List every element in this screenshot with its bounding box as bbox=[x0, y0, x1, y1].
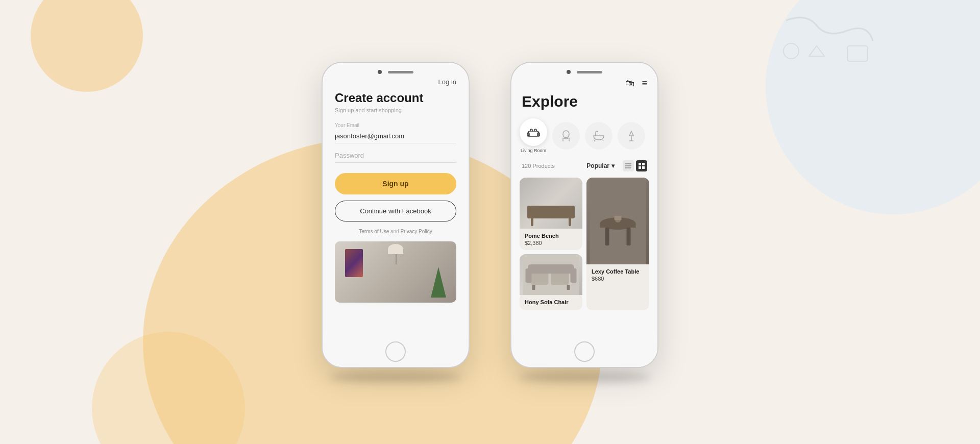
products-count: 120 Products bbox=[522, 163, 582, 169]
svg-rect-17 bbox=[600, 224, 636, 228]
product-card-hony-sofa[interactable]: Hony Sofa Chair bbox=[520, 254, 582, 310]
pome-bench-info: Pome Bench $2,380 bbox=[520, 229, 582, 250]
sofa-icon bbox=[526, 125, 541, 139]
phone-1-frame: Log in Create account Sign up and start … bbox=[322, 62, 470, 368]
lamp-icon bbox=[624, 129, 639, 143]
svg-rect-10 bbox=[625, 167, 631, 168]
pome-bench-name: Pome Bench bbox=[525, 233, 577, 239]
product-grid: Pome Bench $2,380 bbox=[511, 178, 657, 310]
phone-1-shadow bbox=[329, 372, 462, 382]
svg-rect-11 bbox=[639, 163, 641, 165]
svg-rect-9 bbox=[625, 165, 631, 166]
categories-row: Living Room bbox=[511, 118, 657, 153]
sofa-illustration bbox=[520, 254, 582, 295]
category-chair-icon-wrap bbox=[552, 122, 580, 150]
svg-rect-28 bbox=[532, 285, 535, 290]
category-living-room[interactable]: Living Room bbox=[520, 118, 547, 153]
signup-button[interactable]: Sign up bbox=[335, 173, 456, 194]
category-living-room-icon-wrap bbox=[520, 118, 547, 146]
bench-leg-right bbox=[569, 218, 571, 226]
phone-2-shadow bbox=[518, 372, 651, 382]
menu-icon[interactable]: ≡ bbox=[642, 78, 647, 89]
terms-and: and bbox=[390, 229, 399, 234]
svg-point-5 bbox=[563, 131, 569, 138]
svg-rect-25 bbox=[528, 264, 574, 274]
coffee-table-illustration bbox=[586, 178, 649, 264]
phone-1-home-button[interactable] bbox=[385, 341, 406, 362]
bath-icon bbox=[592, 129, 606, 143]
phone-1-header: Log in bbox=[335, 78, 456, 86]
svg-rect-21 bbox=[615, 216, 622, 220]
category-lamp-icon-wrap bbox=[618, 122, 645, 150]
room-plant bbox=[431, 267, 446, 298]
phone-1: Log in Create account Sign up and start … bbox=[322, 62, 470, 382]
lexy-coffee-price: $680 bbox=[592, 276, 644, 282]
svg-rect-2 bbox=[528, 131, 538, 136]
svg-rect-13 bbox=[639, 166, 641, 169]
category-chair[interactable] bbox=[552, 122, 580, 150]
category-bath[interactable] bbox=[585, 122, 612, 150]
email-input[interactable] bbox=[335, 130, 456, 143]
category-lamp[interactable] bbox=[618, 122, 645, 150]
product-card-lexy-coffee[interactable]: Lexy Coffee Table $680 bbox=[586, 178, 649, 310]
terms-text: Terms of Use and Privacy Policy bbox=[335, 229, 456, 234]
phone-2-speaker bbox=[577, 71, 602, 73]
svg-rect-27 bbox=[571, 268, 577, 283]
svg-rect-14 bbox=[642, 166, 645, 169]
hony-sofa-name: Hony Sofa Chair bbox=[525, 299, 577, 305]
hony-sofa-info: Hony Sofa Chair bbox=[520, 295, 582, 310]
bench-shape bbox=[527, 206, 575, 218]
log-in-link[interactable]: Log in bbox=[438, 78, 456, 86]
svg-rect-26 bbox=[526, 268, 532, 283]
explore-title: Explore bbox=[511, 93, 657, 110]
cart-icon[interactable]: 🛍 bbox=[625, 78, 634, 89]
list-view-button[interactable] bbox=[623, 160, 634, 171]
room-lamp-shade bbox=[388, 244, 403, 254]
room-art bbox=[345, 249, 363, 277]
phone-2-camera bbox=[567, 70, 571, 74]
phone-2-header: 🛍 ≡ bbox=[511, 78, 657, 93]
svg-rect-18 bbox=[605, 228, 609, 245]
phone-2-home-button[interactable] bbox=[574, 341, 595, 362]
svg-rect-29 bbox=[567, 285, 570, 290]
category-bath-icon-wrap bbox=[585, 122, 612, 150]
coffee-table-product-image bbox=[586, 178, 649, 264]
phone-1-speaker bbox=[388, 71, 413, 73]
svg-rect-12 bbox=[642, 163, 645, 165]
list-view-icon bbox=[625, 163, 631, 169]
grid-view-button[interactable] bbox=[636, 160, 647, 171]
room-image-preview bbox=[335, 241, 456, 303]
bench-leg-left bbox=[531, 218, 533, 226]
phone-2-frame: 🛍 ≡ Explore bbox=[510, 62, 658, 368]
grid-view-icon bbox=[639, 163, 645, 169]
view-toggle bbox=[623, 160, 647, 171]
product-card-pome-bench[interactable]: Pome Bench $2,380 bbox=[520, 178, 582, 250]
chair-icon bbox=[559, 129, 573, 143]
facebook-button[interactable]: Continue with Facebook bbox=[335, 201, 456, 221]
sort-label: Popular bbox=[586, 162, 609, 169]
svg-rect-19 bbox=[627, 228, 631, 245]
filter-row: 120 Products Popular ▾ bbox=[511, 160, 657, 171]
bench-product-image bbox=[520, 178, 582, 229]
chevron-down-icon: ▾ bbox=[611, 162, 615, 169]
lexy-coffee-info: Lexy Coffee Table $680 bbox=[586, 264, 649, 286]
lexy-coffee-name: Lexy Coffee Table bbox=[592, 268, 644, 275]
phone-2-top-bar bbox=[511, 63, 657, 78]
create-account-subtitle: Sign up and start shopping bbox=[335, 107, 456, 113]
phone-2-content: 🛍 ≡ Explore bbox=[511, 78, 657, 367]
svg-rect-24 bbox=[551, 272, 569, 285]
sofa-product-image bbox=[520, 254, 582, 295]
privacy-policy-link[interactable]: Privacy Policy bbox=[400, 229, 432, 234]
phone-1-content: Log in Create account Sign up and start … bbox=[323, 78, 469, 367]
svg-rect-23 bbox=[531, 272, 549, 285]
sort-button[interactable]: Popular ▾ bbox=[586, 162, 615, 169]
room-illustration bbox=[335, 241, 456, 303]
svg-rect-8 bbox=[625, 163, 631, 164]
phone-2: 🛍 ≡ Explore bbox=[510, 62, 658, 382]
phone-1-camera bbox=[378, 70, 382, 74]
email-label: Your Email bbox=[335, 122, 456, 128]
create-account-title: Create account bbox=[335, 91, 456, 105]
terms-of-use-link[interactable]: Terms of Use bbox=[359, 229, 389, 234]
category-living-room-label: Living Room bbox=[521, 148, 546, 153]
pome-bench-price: $2,380 bbox=[525, 240, 577, 246]
